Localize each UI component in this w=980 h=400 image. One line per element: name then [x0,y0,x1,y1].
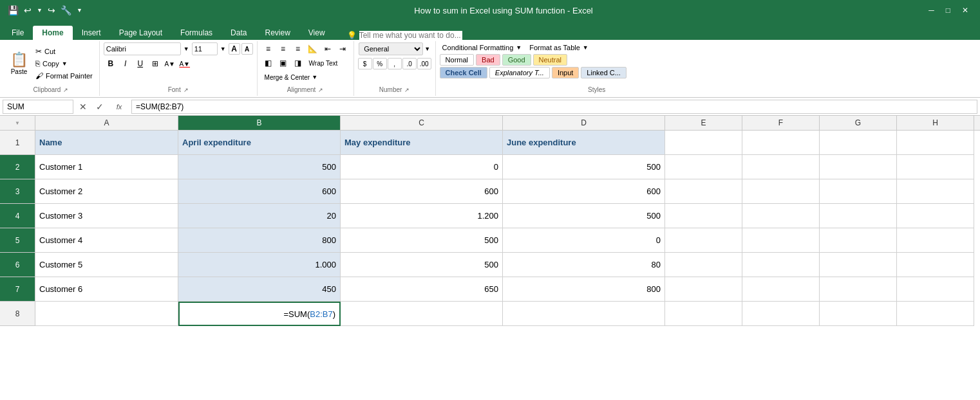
col-header-d[interactable]: D [503,116,665,130]
cell-r2c6[interactable] [820,155,897,179]
cell-r2c1[interactable]: 500 [178,155,341,179]
copy-button[interactable]: ⎘ Copy ▼ [33,58,95,69]
cell-r3c5[interactable] [742,179,820,204]
cell-r3c3[interactable]: 600 [503,179,665,204]
col-header-b[interactable]: B [178,116,341,130]
maximize-icon[interactable]: □ [942,6,954,15]
row-header-8[interactable]: 8 [0,302,35,326]
cell-r4c3[interactable]: 500 [503,204,665,228]
cell-r1c6[interactable] [820,131,897,155]
style-good-button[interactable]: Good [502,54,531,66]
tell-me-input[interactable] [359,31,462,40]
underline-button[interactable]: U [133,57,147,70]
style-normal-button[interactable]: Normal [440,54,474,66]
currency-button[interactable]: $ [358,58,372,69]
cell-r6c3[interactable]: 80 [503,253,665,277]
insert-function-button[interactable]: fx [109,100,129,114]
align-right[interactable]: ◨ [291,57,305,69]
conditional-formatting-button[interactable]: Conditional Formatting ▼ [440,42,525,53]
font-name-dropdown[interactable]: ▼ [182,46,191,52]
cell-r3c0[interactable]: Customer 2 [35,179,178,204]
cell-r4c5[interactable] [742,204,820,228]
cell-r5c2[interactable]: 500 [341,228,503,253]
cell-r6c4[interactable] [665,253,742,277]
cell-r2c3[interactable]: 500 [503,155,665,179]
font-size-decrease[interactable]: A [241,43,253,55]
indent-increase[interactable]: ⇥ [335,42,350,55]
tab-insert[interactable]: Insert [73,26,110,40]
row-header-2[interactable]: 2 [0,155,35,179]
col-header-a[interactable]: A [35,116,178,130]
undo-icon[interactable]: ↩ [24,5,32,15]
formula-cancel-button[interactable]: ✕ [76,100,90,114]
cell-r8c1[interactable]: =SUM(B2:B7) [178,302,341,326]
cell-r2c7[interactable] [897,155,974,179]
row-header-6[interactable]: 6 [0,253,35,277]
decimal-increase[interactable]: .0 [402,58,417,69]
cell-r7c3[interactable]: 800 [503,277,665,302]
paste-button[interactable]: 📋 Paste [6,51,32,77]
cell-r7c1[interactable]: 450 [178,277,341,302]
orientation-button[interactable]: 📐 [306,42,320,55]
minimize-icon[interactable]: ─ [925,6,938,15]
row-header-4[interactable]: 4 [0,204,35,228]
cell-r1c4[interactable] [665,131,742,155]
corner-select-all[interactable] [0,116,35,130]
cell-r7c4[interactable] [665,277,742,302]
format-as-table-button[interactable]: Format as Table ▼ [527,42,591,53]
clipboard-expand[interactable]: ↗ [63,87,68,93]
style-explanatory-button[interactable]: Explanatory T... [489,67,550,78]
style-linked-button[interactable]: Linked C... [581,67,627,78]
cell-r8c4[interactable] [665,302,742,326]
cond-dropdown[interactable]: ▼ [516,44,522,51]
close-icon[interactable]: ✕ [958,6,972,15]
align-top-center[interactable]: ≡ [276,42,290,55]
indent-decrease[interactable]: ⇤ [321,42,335,55]
align-left[interactable]: ◧ [261,57,276,69]
font-size-dropdown[interactable]: ▼ [219,46,227,52]
cell-r3c4[interactable] [665,179,742,204]
decimal-decrease[interactable]: .00 [417,58,431,69]
font-expand[interactable]: ↗ [184,87,189,93]
cell-r4c0[interactable]: Customer 3 [35,204,178,228]
tell-me-bar[interactable]: 💡 [341,31,469,40]
number-format-dropdown[interactable]: ▼ [424,46,430,52]
col-header-c[interactable]: C [341,116,503,130]
cell-r4c1[interactable]: 20 [178,204,341,228]
customize-dropdown-icon[interactable]: ▼ [77,7,82,14]
row-header-1[interactable]: 1 [0,131,35,155]
align-center[interactable]: ▣ [276,57,290,69]
cell-r4c6[interactable] [820,204,897,228]
cell-r2c5[interactable] [742,155,820,179]
cell-r6c7[interactable] [897,253,974,277]
save-icon[interactable]: 💾 [8,5,19,15]
cell-r8c0[interactable] [35,302,178,326]
cell-r3c7[interactable] [897,179,974,204]
tab-review[interactable]: Review [256,26,299,40]
align-top-left[interactable]: ≡ [261,42,276,55]
cell-name-box[interactable] [3,100,73,114]
cell-r1c1[interactable]: April expenditure [178,131,341,155]
row-header-3[interactable]: 3 [0,179,35,204]
alignment-expand[interactable]: ↗ [318,87,323,93]
cell-r6c1[interactable]: 1.000 [178,253,341,277]
cell-r1c2[interactable]: May expenditure [341,131,503,155]
cell-r7c0[interactable]: Customer 6 [35,277,178,302]
cell-r6c2[interactable]: 500 [341,253,503,277]
cell-r5c5[interactable] [742,228,820,253]
cell-r3c2[interactable]: 600 [341,179,503,204]
col-header-f[interactable]: F [742,116,820,130]
cell-r7c6[interactable] [820,277,897,302]
cell-r7c5[interactable] [742,277,820,302]
quick-access-toolbar[interactable]: 💾 ↩ ▼ ↪ 🔧 ▼ [8,5,82,15]
row-header-7[interactable]: 7 [0,277,35,302]
cell-r8c7[interactable] [897,302,974,326]
cell-r5c7[interactable] [897,228,974,253]
number-expand[interactable]: ↗ [404,87,410,93]
col-header-h[interactable]: H [897,116,974,130]
tab-formulas[interactable]: Formulas [171,26,221,40]
font-color-button[interactable]: A▼ [178,57,192,70]
redo-icon[interactable]: ↪ [48,5,55,15]
cell-r4c2[interactable]: 1.200 [341,204,503,228]
tab-page-layout[interactable]: Page Layout [110,26,171,40]
